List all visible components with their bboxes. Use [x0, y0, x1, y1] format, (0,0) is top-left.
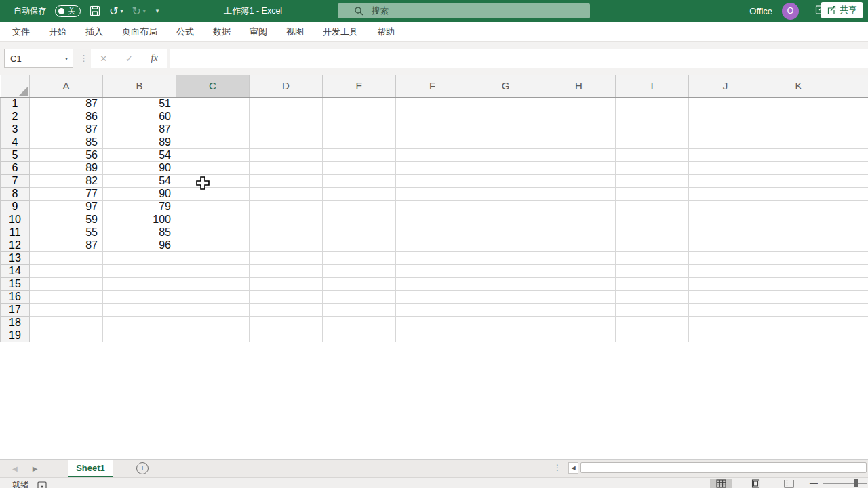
- undo-dropdown-icon[interactable]: ▾: [120, 8, 123, 14]
- row-header-1[interactable]: 1: [1, 97, 30, 110]
- cell-c2[interactable]: [176, 110, 250, 123]
- cell-f2[interactable]: [396, 110, 469, 123]
- cell-k9[interactable]: [762, 200, 835, 213]
- cell-f7[interactable]: [396, 174, 469, 187]
- cell-g15[interactable]: [469, 277, 542, 290]
- avatar[interactable]: O: [782, 3, 799, 20]
- cell-g13[interactable]: [469, 251, 542, 264]
- cell-g4[interactable]: [469, 136, 542, 148]
- cell-g16[interactable]: [469, 290, 542, 303]
- cell-f11[interactable]: [396, 226, 469, 239]
- cell-i6[interactable]: [616, 161, 689, 174]
- cell-e3[interactable]: [323, 123, 396, 136]
- cell-k8[interactable]: [762, 187, 835, 200]
- row-header-16[interactable]: 16: [1, 290, 30, 303]
- cell-partial[interactable]: [835, 187, 868, 200]
- cell-partial[interactable]: [835, 213, 868, 226]
- cell-g14[interactable]: [469, 264, 542, 277]
- cell-j17[interactable]: [689, 303, 762, 316]
- cell-k11[interactable]: [762, 226, 835, 239]
- cell-f6[interactable]: [396, 161, 469, 174]
- row-header-11[interactable]: 11: [1, 226, 30, 239]
- column-header-i[interactable]: I: [616, 75, 689, 97]
- cell-h19[interactable]: [542, 329, 616, 342]
- cell-a17[interactable]: [30, 303, 103, 316]
- sheet-tab-sheet1[interactable]: Sheet1: [68, 460, 113, 477]
- cell-a5[interactable]: 56: [30, 148, 103, 161]
- cell-e1[interactable]: [323, 97, 396, 110]
- cell-b7[interactable]: 54: [103, 174, 176, 187]
- cell-c8[interactable]: [176, 187, 250, 200]
- cell-g7[interactable]: [469, 174, 542, 187]
- cell-e4[interactable]: [323, 136, 396, 148]
- cell-i14[interactable]: [616, 264, 689, 277]
- cell-f18[interactable]: [396, 316, 469, 329]
- cell-f12[interactable]: [396, 239, 469, 251]
- cell-h3[interactable]: [542, 123, 616, 136]
- cell-k1[interactable]: [762, 97, 835, 110]
- cell-i5[interactable]: [616, 148, 689, 161]
- cell-e13[interactable]: [323, 251, 396, 264]
- cell-j1[interactable]: [689, 97, 762, 110]
- cell-i16[interactable]: [616, 290, 689, 303]
- cell-d4[interactable]: [250, 136, 323, 148]
- autosave-toggle[interactable]: 关: [55, 5, 81, 17]
- row-header-6[interactable]: 6: [1, 161, 30, 174]
- cell-k4[interactable]: [762, 136, 835, 148]
- column-header-h[interactable]: H: [542, 75, 616, 97]
- cell-a2[interactable]: 86: [30, 110, 103, 123]
- cell-d2[interactable]: [250, 110, 323, 123]
- cell-k17[interactable]: [762, 303, 835, 316]
- cell-c3[interactable]: [176, 123, 250, 136]
- cell-k18[interactable]: [762, 316, 835, 329]
- cell-j14[interactable]: [689, 264, 762, 277]
- cell-g19[interactable]: [469, 329, 542, 342]
- ribbon-tab[interactable]: 审阅: [240, 22, 277, 41]
- cell-j18[interactable]: [689, 316, 762, 329]
- column-header-f[interactable]: F: [396, 75, 469, 97]
- cell-partial[interactable]: [835, 148, 868, 161]
- cell-k5[interactable]: [762, 148, 835, 161]
- cell-c16[interactable]: [176, 290, 250, 303]
- cell-a18[interactable]: [30, 316, 103, 329]
- cell-g1[interactable]: [469, 97, 542, 110]
- share-button[interactable]: 共享: [821, 2, 863, 18]
- cell-g6[interactable]: [469, 161, 542, 174]
- cell-f8[interactable]: [396, 187, 469, 200]
- cell-d8[interactable]: [250, 187, 323, 200]
- enter-icon[interactable]: ✓: [125, 54, 133, 64]
- page-layout-view-button[interactable]: [745, 479, 767, 488]
- cell-j2[interactable]: [689, 110, 762, 123]
- cell-partial[interactable]: [835, 200, 868, 213]
- ribbon-tab[interactable]: 公式: [167, 22, 203, 41]
- cell-k3[interactable]: [762, 123, 835, 136]
- cell-k6[interactable]: [762, 161, 835, 174]
- cell-j8[interactable]: [689, 187, 762, 200]
- cell-i7[interactable]: [616, 174, 689, 187]
- cell-k13[interactable]: [762, 251, 835, 264]
- cell-f13[interactable]: [396, 251, 469, 264]
- ribbon-tab[interactable]: 文件: [3, 22, 39, 41]
- cell-i11[interactable]: [616, 226, 689, 239]
- redo-icon[interactable]: ↻: [132, 5, 140, 18]
- cell-c1[interactable]: [176, 97, 250, 110]
- row-header-13[interactable]: 13: [1, 251, 30, 264]
- cell-i17[interactable]: [616, 303, 689, 316]
- row-header-15[interactable]: 15: [1, 277, 30, 290]
- cell-d11[interactable]: [250, 226, 323, 239]
- cell-h13[interactable]: [542, 251, 616, 264]
- cell-partial[interactable]: [835, 290, 868, 303]
- cell-f5[interactable]: [396, 148, 469, 161]
- cell-partial[interactable]: [835, 316, 868, 329]
- cell-partial[interactable]: [835, 329, 868, 342]
- cell-d15[interactable]: [250, 277, 323, 290]
- column-header-g[interactable]: G: [469, 75, 542, 97]
- row-header-4[interactable]: 4: [1, 136, 30, 148]
- row-header-17[interactable]: 17: [1, 303, 30, 316]
- cell-e9[interactable]: [323, 200, 396, 213]
- cell-b1[interactable]: 51: [103, 97, 176, 110]
- cell-i9[interactable]: [616, 200, 689, 213]
- cell-d1[interactable]: [250, 97, 323, 110]
- cell-i15[interactable]: [616, 277, 689, 290]
- cell-c6[interactable]: [176, 161, 250, 174]
